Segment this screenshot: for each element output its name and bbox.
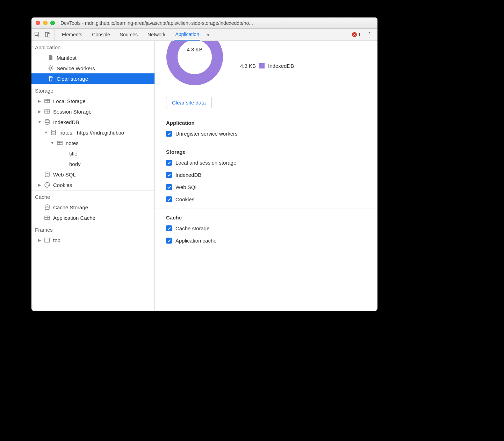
- svg-point-6: [45, 120, 49, 121]
- cookie-icon: [44, 182, 50, 188]
- group-application: Application Unregister service workers: [155, 114, 377, 143]
- sidebar-item-label: Local Storage: [53, 98, 86, 104]
- table-icon: [44, 215, 50, 221]
- svg-point-12: [48, 183, 48, 184]
- svg-point-11: [46, 184, 46, 185]
- settings-kebab-icon[interactable]: ⋮: [364, 31, 375, 38]
- gear-icon: [48, 65, 54, 71]
- checkbox-label: IndexedDB: [175, 172, 201, 178]
- sidebar-item-indexeddb-database[interactable]: ▼ notes - https://mdn.github.io: [31, 127, 154, 138]
- usage-total: 4.3 KB: [163, 46, 226, 52]
- svg-rect-2: [48, 33, 50, 37]
- checkbox-label: Cache storage: [175, 225, 210, 231]
- devtools-window: DevTools - mdn.github.io/learning-area/j…: [31, 17, 377, 311]
- chevron-right-icon: ▶: [38, 109, 41, 114]
- sidebar-item-local-storage[interactable]: ▶ Local Storage: [31, 96, 154, 106]
- more-tabs-icon[interactable]: »: [206, 31, 209, 38]
- window-title: DevTools - mdn.github.io/learning-area/j…: [60, 20, 253, 26]
- checkbox-label: Cookies: [175, 196, 194, 202]
- chevron-right-icon: ▶: [38, 183, 41, 187]
- checkbox-icon: [166, 238, 172, 244]
- error-icon: ✕: [352, 32, 357, 37]
- checkbox-cache-storage[interactable]: Cache storage: [166, 225, 369, 231]
- toolbar-right: ✕ 1 ⋮: [352, 31, 375, 38]
- checkbox-application-cache[interactable]: Application cache: [166, 238, 369, 244]
- chevron-down-icon: ▼: [38, 120, 41, 124]
- sidebar-item-indexeddb-store[interactable]: ▼ notes: [31, 138, 154, 148]
- device-toolbar-icon[interactable]: [45, 31, 51, 38]
- checkbox-icon: [166, 131, 172, 137]
- group-header: Cache: [166, 215, 369, 220]
- sidebar: Application Manifest Service Workers Cle…: [31, 41, 155, 311]
- chevron-down-icon: ▼: [50, 141, 54, 145]
- checkbox-icon: [166, 172, 172, 178]
- checkbox-cookies[interactable]: Cookies: [166, 196, 369, 202]
- checkbox-label: Local and session storage: [175, 160, 236, 166]
- sidebar-item-label: Application Cache: [53, 215, 95, 221]
- sidebar-item-label: notes - https://mdn.github.io: [59, 130, 124, 136]
- storage-usage: 4.3 KB 4.3 KB IndexedDB: [155, 41, 377, 95]
- sidebar-item-label: Manifest: [57, 55, 77, 61]
- sidebar-item-clear-storage[interactable]: Clear storage: [31, 73, 154, 84]
- devtools-tabs: Elements Console Sources Network Applica…: [61, 29, 200, 41]
- sidebar-section-cache: Cache: [31, 190, 154, 202]
- sidebar-item-manifest[interactable]: Manifest: [31, 52, 154, 63]
- chevron-down-icon: ▼: [44, 130, 48, 135]
- svg-point-14: [48, 185, 49, 186]
- sidebar-item-indexeddb[interactable]: ▼ IndexedDB: [31, 117, 154, 127]
- sidebar-section-frames: Frames: [31, 223, 154, 235]
- svg-point-10: [45, 182, 50, 187]
- tab-network[interactable]: Network: [147, 29, 166, 41]
- tab-application[interactable]: Application: [174, 29, 200, 41]
- clear-site-data-button[interactable]: Clear site data: [166, 97, 212, 108]
- sidebar-item-websql[interactable]: Web SQL: [31, 169, 154, 180]
- sidebar-item-label: Cookies: [53, 182, 72, 188]
- sidebar-item-cache-storage[interactable]: Cache Storage: [31, 202, 154, 212]
- sidebar-item-index-body[interactable]: body: [31, 159, 154, 169]
- sidebar-item-index-title[interactable]: title: [31, 148, 154, 159]
- legend-value: 4.3 KB: [240, 63, 256, 69]
- database-icon: [44, 119, 50, 125]
- checkbox-icon: [166, 184, 172, 190]
- sidebar-item-application-cache[interactable]: Application Cache: [31, 212, 154, 223]
- sidebar-item-label: Cache Storage: [53, 204, 88, 210]
- tab-elements[interactable]: Elements: [61, 29, 83, 41]
- chevron-right-icon: ▶: [38, 238, 41, 243]
- checkbox-indexeddb[interactable]: IndexedDB: [166, 172, 369, 178]
- minimize-window-icon[interactable]: [43, 21, 48, 25]
- maximize-window-icon[interactable]: [50, 21, 55, 25]
- tab-console[interactable]: Console: [91, 29, 110, 41]
- frame-icon: [44, 237, 50, 243]
- svg-point-15: [45, 205, 49, 206]
- sidebar-section-storage: Storage: [31, 84, 154, 96]
- checkbox-icon: [166, 225, 172, 231]
- sidebar-item-cookies[interactable]: ▶ Cookies: [31, 180, 154, 190]
- table-icon: [57, 140, 63, 146]
- usage-donut: 4.3 KB: [163, 43, 226, 88]
- sidebar-section-application: Application: [31, 41, 154, 52]
- sidebar-item-label: Web SQL: [53, 172, 76, 178]
- sidebar-item-label: Service Workers: [57, 65, 95, 71]
- checkbox-websql[interactable]: Web SQL: [166, 184, 369, 190]
- checkbox-label: Application cache: [175, 238, 217, 244]
- sidebar-item-label: body: [69, 161, 81, 167]
- sidebar-item-frame-top[interactable]: ▶ top: [31, 235, 154, 245]
- sidebar-item-session-storage[interactable]: ▶ Session Storage: [31, 106, 154, 117]
- svg-point-13: [46, 186, 47, 186]
- inspect-element-icon[interactable]: [34, 31, 41, 38]
- legend-label: IndexedDB: [268, 63, 294, 69]
- sidebar-item-label: title: [69, 151, 77, 157]
- tab-sources[interactable]: Sources: [119, 29, 138, 41]
- titlebar: DevTools - mdn.github.io/learning-area/j…: [31, 17, 377, 29]
- close-window-icon[interactable]: [36, 21, 40, 25]
- sidebar-item-service-workers[interactable]: Service Workers: [31, 63, 154, 73]
- content-area: Application Manifest Service Workers Cle…: [31, 41, 377, 311]
- checkbox-icon: [166, 160, 172, 166]
- legend-swatch-icon: [259, 63, 265, 68]
- checkbox-local-session-storage[interactable]: Local and session storage: [166, 160, 369, 166]
- sidebar-item-label: Session Storage: [53, 109, 92, 115]
- svg-rect-17: [45, 238, 50, 242]
- table-icon: [44, 98, 50, 104]
- checkbox-unregister-service-workers[interactable]: Unregister service workers: [166, 131, 369, 137]
- error-badge[interactable]: ✕ 1: [352, 32, 361, 37]
